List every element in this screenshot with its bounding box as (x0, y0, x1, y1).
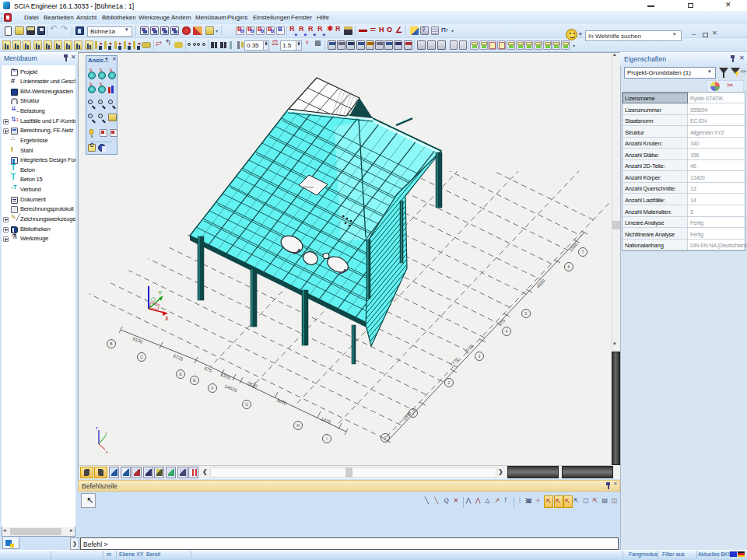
svg-text:0: 0 (384, 436, 387, 440)
svg-text:7: 7 (582, 250, 584, 254)
svg-text:1: 1 (412, 411, 415, 415)
svg-text:x: x (165, 314, 169, 322)
svg-text:D: D (179, 372, 182, 376)
svg-text:6: 6 (568, 264, 570, 269)
svg-text:G: G (245, 402, 248, 407)
svg-text:2: 2 (448, 380, 451, 385)
svg-text:4: 4 (506, 329, 508, 334)
svg-text:I: I (326, 436, 327, 441)
svg-text:3: 3 (479, 354, 481, 359)
svg-text:C: C (140, 355, 143, 359)
svg-text:Y: Y (158, 289, 163, 296)
svg-text:F: F (211, 386, 213, 390)
svg-text:H: H (296, 423, 300, 428)
svg-text:5: 5 (525, 311, 528, 316)
